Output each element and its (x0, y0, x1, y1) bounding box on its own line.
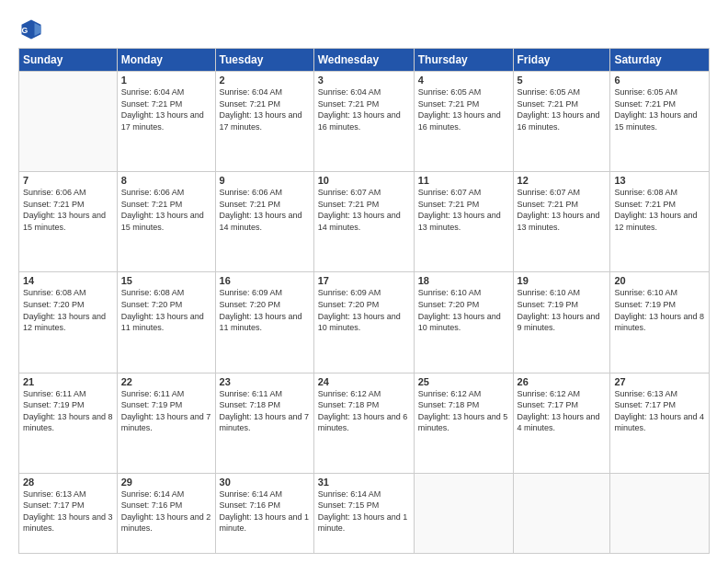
day-of-week-header: Thursday (414, 49, 513, 72)
calendar-header-row: SundayMondayTuesdayWednesdayThursdayFrid… (19, 49, 710, 72)
calendar-cell: 16Sunrise: 6:09 AMSunset: 7:20 PMDayligh… (215, 272, 313, 373)
day-info: Sunrise: 6:14 AMSunset: 7:15 PMDaylight:… (318, 488, 410, 534)
calendar-cell: 17Sunrise: 6:09 AMSunset: 7:20 PMDayligh… (313, 272, 414, 373)
calendar-cell: 24Sunrise: 6:12 AMSunset: 7:18 PMDayligh… (313, 373, 414, 473)
logo-icon: G (18, 17, 44, 42)
day-number: 14 (23, 275, 113, 286)
day-number: 4 (418, 75, 509, 86)
calendar-week-row: 28Sunrise: 6:13 AMSunset: 7:17 PMDayligh… (19, 473, 710, 553)
day-number: 3 (318, 75, 410, 86)
day-number: 2 (220, 75, 310, 86)
day-info: Sunrise: 6:12 AMSunset: 7:18 PMDaylight:… (418, 388, 509, 434)
calendar-cell: 19Sunrise: 6:10 AMSunset: 7:19 PMDayligh… (513, 272, 610, 373)
day-info: Sunrise: 6:13 AMSunset: 7:17 PMDaylight:… (23, 488, 113, 534)
day-number: 20 (614, 275, 705, 286)
day-info: Sunrise: 6:07 AMSunset: 7:21 PMDaylight:… (318, 187, 410, 233)
day-number: 1 (121, 75, 211, 86)
logo: G (18, 17, 48, 42)
day-info: Sunrise: 6:04 AMSunset: 7:21 PMDaylight:… (318, 86, 410, 132)
day-of-week-header: Sunday (19, 49, 118, 72)
day-number: 5 (518, 75, 607, 86)
calendar-cell: 29Sunrise: 6:14 AMSunset: 7:16 PMDayligh… (117, 473, 215, 553)
day-info: Sunrise: 6:07 AMSunset: 7:21 PMDaylight:… (518, 187, 607, 233)
day-number: 17 (318, 275, 410, 286)
day-info: Sunrise: 6:04 AMSunset: 7:21 PMDaylight:… (121, 86, 211, 132)
calendar-cell: 28Sunrise: 6:13 AMSunset: 7:17 PMDayligh… (19, 473, 118, 553)
day-info: Sunrise: 6:06 AMSunset: 7:21 PMDaylight:… (23, 187, 113, 233)
day-info: Sunrise: 6:13 AMSunset: 7:17 PMDaylight:… (614, 388, 705, 434)
day-info: Sunrise: 6:12 AMSunset: 7:18 PMDaylight:… (318, 388, 410, 434)
calendar-week-row: 1Sunrise: 6:04 AMSunset: 7:21 PMDaylight… (19, 72, 710, 172)
day-info: Sunrise: 6:12 AMSunset: 7:17 PMDaylight:… (518, 388, 607, 434)
calendar-cell: 18Sunrise: 6:10 AMSunset: 7:20 PMDayligh… (414, 272, 513, 373)
calendar-cell: 10Sunrise: 6:07 AMSunset: 7:21 PMDayligh… (313, 172, 414, 272)
calendar-cell: 5Sunrise: 6:05 AMSunset: 7:21 PMDaylight… (513, 72, 610, 172)
calendar-cell (513, 473, 610, 553)
day-number: 28 (23, 477, 113, 488)
day-info: Sunrise: 6:14 AMSunset: 7:16 PMDaylight:… (121, 488, 211, 534)
svg-text:G: G (22, 26, 28, 35)
calendar-cell: 1Sunrise: 6:04 AMSunset: 7:21 PMDaylight… (117, 72, 215, 172)
calendar-cell: 2Sunrise: 6:04 AMSunset: 7:21 PMDaylight… (215, 72, 313, 172)
calendar-week-row: 14Sunrise: 6:08 AMSunset: 7:20 PMDayligh… (19, 272, 710, 373)
day-number: 26 (518, 376, 607, 387)
calendar-cell: 12Sunrise: 6:07 AMSunset: 7:21 PMDayligh… (513, 172, 610, 272)
day-info: Sunrise: 6:07 AMSunset: 7:21 PMDaylight:… (418, 187, 509, 233)
day-number: 15 (121, 275, 211, 286)
day-number: 29 (121, 477, 211, 488)
calendar-cell: 4Sunrise: 6:05 AMSunset: 7:21 PMDaylight… (414, 72, 513, 172)
day-number: 10 (318, 175, 410, 186)
day-info: Sunrise: 6:11 AMSunset: 7:19 PMDaylight:… (23, 388, 113, 434)
calendar-cell: 8Sunrise: 6:06 AMSunset: 7:21 PMDaylight… (117, 172, 215, 272)
calendar-cell: 23Sunrise: 6:11 AMSunset: 7:18 PMDayligh… (215, 373, 313, 473)
calendar-cell: 3Sunrise: 6:04 AMSunset: 7:21 PMDaylight… (313, 72, 414, 172)
day-info: Sunrise: 6:08 AMSunset: 7:20 PMDaylight:… (23, 287, 113, 333)
calendar-cell: 9Sunrise: 6:06 AMSunset: 7:21 PMDaylight… (215, 172, 313, 272)
day-of-week-header: Wednesday (313, 49, 414, 72)
calendar-cell: 14Sunrise: 6:08 AMSunset: 7:20 PMDayligh… (19, 272, 118, 373)
day-of-week-header: Saturday (610, 49, 710, 72)
day-number: 22 (121, 376, 211, 387)
calendar-cell: 6Sunrise: 6:05 AMSunset: 7:21 PMDaylight… (610, 72, 710, 172)
day-number: 16 (220, 275, 310, 286)
calendar-cell (610, 473, 710, 553)
calendar-cell (414, 473, 513, 553)
day-info: Sunrise: 6:06 AMSunset: 7:21 PMDaylight:… (121, 187, 211, 233)
calendar-cell: 11Sunrise: 6:07 AMSunset: 7:21 PMDayligh… (414, 172, 513, 272)
day-info: Sunrise: 6:06 AMSunset: 7:21 PMDaylight:… (220, 187, 310, 233)
calendar-cell (19, 72, 118, 172)
day-number: 8 (121, 175, 211, 186)
day-info: Sunrise: 6:11 AMSunset: 7:18 PMDaylight:… (220, 388, 310, 434)
calendar-cell: 31Sunrise: 6:14 AMSunset: 7:15 PMDayligh… (313, 473, 414, 553)
day-number: 13 (614, 175, 705, 186)
calendar-cell: 22Sunrise: 6:11 AMSunset: 7:19 PMDayligh… (117, 373, 215, 473)
day-info: Sunrise: 6:05 AMSunset: 7:21 PMDaylight:… (418, 86, 509, 132)
calendar-cell: 7Sunrise: 6:06 AMSunset: 7:21 PMDaylight… (19, 172, 118, 272)
day-number: 6 (614, 75, 705, 86)
day-info: Sunrise: 6:05 AMSunset: 7:21 PMDaylight:… (518, 86, 607, 132)
calendar-week-row: 21Sunrise: 6:11 AMSunset: 7:19 PMDayligh… (19, 373, 710, 473)
day-info: Sunrise: 6:14 AMSunset: 7:16 PMDaylight:… (220, 488, 310, 534)
calendar-cell: 15Sunrise: 6:08 AMSunset: 7:20 PMDayligh… (117, 272, 215, 373)
calendar-cell: 13Sunrise: 6:08 AMSunset: 7:21 PMDayligh… (610, 172, 710, 272)
day-of-week-header: Tuesday (215, 49, 313, 72)
day-number: 24 (318, 376, 410, 387)
calendar-cell: 26Sunrise: 6:12 AMSunset: 7:17 PMDayligh… (513, 373, 610, 473)
day-number: 30 (220, 477, 310, 488)
day-of-week-header: Friday (513, 49, 610, 72)
header-area: G (18, 17, 710, 42)
calendar-cell: 25Sunrise: 6:12 AMSunset: 7:18 PMDayligh… (414, 373, 513, 473)
day-number: 23 (220, 376, 310, 387)
day-info: Sunrise: 6:08 AMSunset: 7:20 PMDaylight:… (121, 287, 211, 333)
calendar-week-row: 7Sunrise: 6:06 AMSunset: 7:21 PMDaylight… (19, 172, 710, 272)
day-info: Sunrise: 6:09 AMSunset: 7:20 PMDaylight:… (318, 287, 410, 333)
day-info: Sunrise: 6:08 AMSunset: 7:21 PMDaylight:… (614, 187, 705, 233)
day-number: 11 (418, 175, 509, 186)
day-info: Sunrise: 6:10 AMSunset: 7:20 PMDaylight:… (418, 287, 509, 333)
day-info: Sunrise: 6:05 AMSunset: 7:21 PMDaylight:… (614, 86, 705, 132)
day-number: 19 (518, 275, 607, 286)
day-info: Sunrise: 6:11 AMSunset: 7:19 PMDaylight:… (121, 388, 211, 434)
day-number: 27 (614, 376, 705, 387)
day-number: 31 (318, 477, 410, 488)
calendar-cell: 20Sunrise: 6:10 AMSunset: 7:19 PMDayligh… (610, 272, 710, 373)
